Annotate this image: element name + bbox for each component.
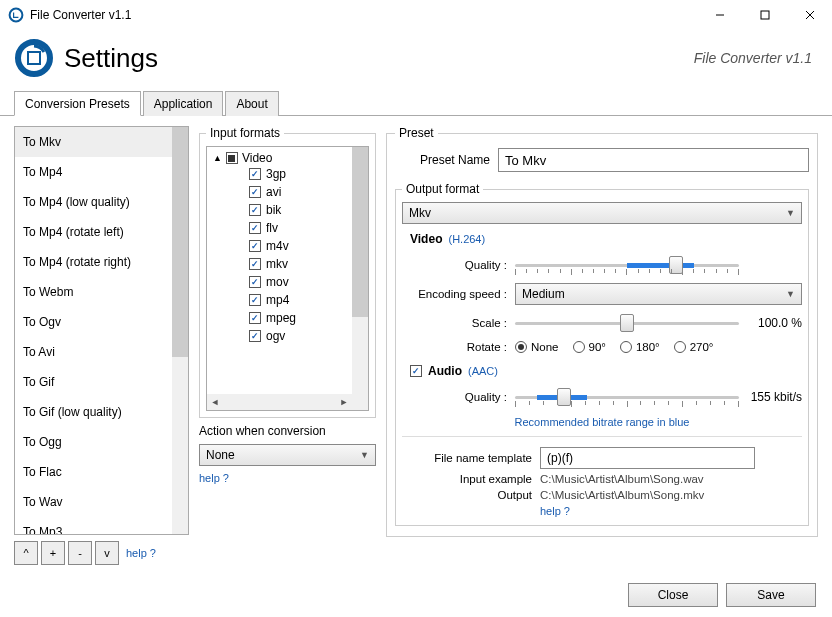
- checkbox[interactable]: [249, 330, 261, 342]
- preset-group: Preset Preset Name Output format Mkv ▼ V…: [386, 126, 818, 537]
- output-example-label: Output: [402, 489, 532, 501]
- video-codec-label: (H.264): [448, 233, 485, 245]
- add-preset-button[interactable]: +: [41, 541, 65, 565]
- tree-item-label: ogv: [266, 329, 285, 343]
- preset-list[interactable]: To Mkv To Mp4 To Mp4 (low quality) To Mp…: [14, 126, 189, 535]
- checkbox-video-root[interactable]: [226, 152, 238, 164]
- preset-item[interactable]: To Gif: [15, 367, 188, 397]
- video-quality-slider[interactable]: [515, 253, 739, 277]
- tabbar: Conversion Presets Application About: [0, 90, 832, 116]
- rotate-label: Rotate :: [402, 341, 507, 353]
- action-select[interactable]: None ▼: [199, 444, 376, 466]
- audio-checkbox[interactable]: [410, 365, 422, 377]
- logo-icon: [14, 38, 54, 78]
- output-format-select[interactable]: Mkv ▼: [402, 202, 802, 224]
- preset-item[interactable]: To Mp4 (low quality): [15, 187, 188, 217]
- tree-item-label: bik: [266, 203, 281, 217]
- chevron-down-icon: ▼: [786, 208, 795, 218]
- encoding-speed-label: Encoding speed :: [402, 288, 507, 300]
- chevron-down-icon: ▼: [360, 450, 369, 460]
- tab-conversion-presets[interactable]: Conversion Presets: [14, 91, 141, 116]
- checkbox[interactable]: [249, 258, 261, 270]
- close-button[interactable]: Close: [628, 583, 718, 607]
- filename-template-input[interactable]: [540, 447, 755, 469]
- preset-item[interactable]: To Mkv: [15, 127, 188, 157]
- rotate-180[interactable]: 180°: [620, 341, 660, 353]
- move-down-button[interactable]: v: [95, 541, 119, 565]
- checkbox[interactable]: [249, 204, 261, 216]
- preset-item[interactable]: To Flac: [15, 457, 188, 487]
- preset-item[interactable]: To Avi: [15, 337, 188, 367]
- tree-item-label: m4v: [266, 239, 289, 253]
- minimize-button[interactable]: [697, 0, 742, 30]
- maximize-button[interactable]: [742, 0, 787, 30]
- presets-help-link[interactable]: help ?: [126, 547, 156, 559]
- window-title: File Converter v1.1: [30, 8, 697, 22]
- action-value: None: [206, 448, 235, 462]
- output-format-group: Output format Mkv ▼ Video (H.264) Qualit…: [395, 182, 809, 526]
- save-button[interactable]: Save: [726, 583, 816, 607]
- rotate-none[interactable]: None: [515, 341, 559, 353]
- checkbox[interactable]: [249, 222, 261, 234]
- preset-item[interactable]: To Mp4 (rotate left): [15, 217, 188, 247]
- preset-item[interactable]: To Ogv: [15, 307, 188, 337]
- input-example-label: Input example: [402, 473, 532, 485]
- input-example-value: C:\Music\Artist\Album\Song.wav: [540, 473, 802, 485]
- input-formats-tree[interactable]: ▲ Video 3gp avi bik flv m4v mkv mov mp4 …: [206, 146, 369, 411]
- close-window-button[interactable]: [787, 0, 832, 30]
- tree-item-label: 3gp: [266, 167, 286, 181]
- video-quality-label: Quality :: [402, 259, 507, 271]
- checkbox[interactable]: [249, 240, 261, 252]
- encoding-speed-select[interactable]: Medium ▼: [515, 283, 802, 305]
- audio-codec-label: (AAC): [468, 365, 498, 377]
- preset-item[interactable]: To Wav: [15, 487, 188, 517]
- output-format-legend: Output format: [402, 182, 483, 196]
- rotate-90[interactable]: 90°: [573, 341, 606, 353]
- preset-item[interactable]: To Mp3: [15, 517, 188, 535]
- move-up-button[interactable]: ^: [14, 541, 38, 565]
- action-label: Action when conversion: [199, 424, 376, 438]
- preset-item[interactable]: To Ogg: [15, 427, 188, 457]
- filename-help-link[interactable]: help ?: [540, 505, 570, 517]
- collapse-icon[interactable]: ▲: [213, 153, 222, 163]
- tree-item-label: avi: [266, 185, 281, 199]
- encoding-speed-value: Medium: [522, 287, 565, 301]
- tree-hscrollbar[interactable]: ◄►: [207, 394, 352, 410]
- preset-item[interactable]: To Gif (low quality): [15, 397, 188, 427]
- rotate-radio-group: None 90° 180° 270°: [515, 341, 713, 353]
- checkbox[interactable]: [249, 168, 261, 180]
- tree-item-label: mkv: [266, 257, 288, 271]
- preset-scrollbar[interactable]: [172, 127, 188, 534]
- tree-item-label: flv: [266, 221, 278, 235]
- checkbox[interactable]: [249, 294, 261, 306]
- checkbox[interactable]: [249, 186, 261, 198]
- output-example-value: C:\Music\Artist\Album\Song.mkv: [540, 489, 802, 501]
- recommended-label: Recommended bitrate range in blue: [402, 416, 802, 428]
- input-formats-legend: Input formats: [206, 126, 284, 140]
- tab-about[interactable]: About: [225, 91, 278, 116]
- preset-name-input[interactable]: [498, 148, 809, 172]
- scale-slider[interactable]: [515, 311, 739, 335]
- action-help-link[interactable]: help ?: [199, 472, 376, 484]
- chevron-down-icon: ▼: [786, 289, 795, 299]
- checkbox[interactable]: [249, 276, 261, 288]
- preset-item[interactable]: To Webm: [15, 277, 188, 307]
- tree-item-label: mpeg: [266, 311, 296, 325]
- checkbox[interactable]: [249, 312, 261, 324]
- svg-rect-2: [761, 11, 769, 19]
- audio-quality-slider[interactable]: [515, 385, 739, 409]
- preset-item[interactable]: To Mp4 (rotate right): [15, 247, 188, 277]
- audio-quality-label: Quality :: [402, 391, 507, 403]
- tree-scrollbar[interactable]: [352, 147, 368, 410]
- tree-item-label: mp4: [266, 293, 289, 307]
- preset-item[interactable]: To Mp4: [15, 157, 188, 187]
- remove-preset-button[interactable]: -: [68, 541, 92, 565]
- video-section-title: Video: [410, 232, 442, 246]
- preset-legend: Preset: [395, 126, 438, 140]
- tab-application[interactable]: Application: [143, 91, 224, 116]
- preset-name-label: Preset Name: [395, 153, 490, 167]
- rotate-270[interactable]: 270°: [674, 341, 714, 353]
- app-icon: [8, 7, 24, 23]
- scale-value: 100.0 %: [747, 316, 802, 330]
- audio-quality-value: 155 kbit/s: [747, 390, 802, 404]
